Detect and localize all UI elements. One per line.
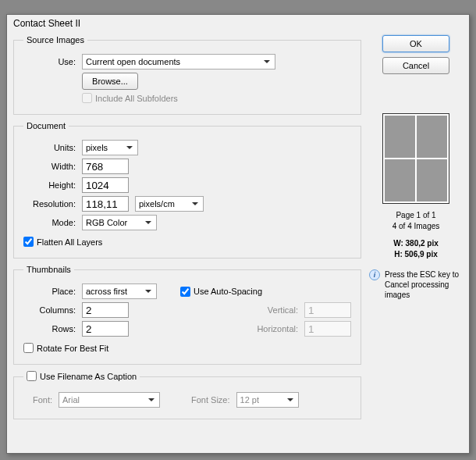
- use-filename-caption-checkbox[interactable]: Use Filename As Caption: [23, 371, 140, 381]
- mode-label: Mode:: [23, 218, 82, 227]
- resolution-unit-select[interactable]: pixels/cm: [135, 196, 204, 212]
- preview-page-text: Page 1 of 1 4 of 4 Images: [393, 210, 440, 232]
- caption-group: Use Filename As Caption Font: Arial Font…: [13, 371, 361, 419]
- horizontal-input: [304, 321, 351, 337]
- font-size-select: 12 pt: [236, 392, 299, 408]
- resolution-label: Resolution:: [23, 199, 82, 209]
- font-select: Arial: [59, 392, 160, 408]
- ok-button[interactable]: OK: [382, 35, 449, 52]
- cancel-button[interactable]: Cancel: [382, 57, 449, 74]
- browse-button[interactable]: Browse...: [82, 73, 138, 90]
- mode-select[interactable]: RGB Color: [82, 215, 157, 230]
- place-label: Place:: [23, 287, 82, 296]
- rows-input[interactable]: [82, 321, 129, 337]
- rows-label: Rows:: [23, 324, 82, 333]
- columns-label: Columns:: [23, 305, 82, 315]
- vertical-input: [304, 302, 351, 318]
- layout-preview: [382, 113, 449, 204]
- font-size-label: Font Size:: [191, 395, 236, 405]
- font-label: Font:: [23, 395, 59, 405]
- info-icon: i: [369, 269, 380, 280]
- info-tip: i Press the ESC key to Cancel processing…: [369, 269, 463, 300]
- rotate-best-fit-checkbox[interactable]: Rotate For Best Fit: [23, 343, 108, 353]
- document-legend: Document: [23, 121, 69, 130]
- units-label: Units:: [23, 143, 82, 152]
- height-label: Height:: [23, 180, 82, 190]
- thumbnails-legend: Thumbnails: [23, 265, 74, 274]
- use-label: Use:: [23, 57, 82, 66]
- include-subfolders-checkbox: Include All Subfolders: [82, 93, 178, 103]
- flatten-checkbox[interactable]: Flatten All Layers: [23, 237, 102, 247]
- dialog-title: Contact Sheet II: [7, 15, 469, 32]
- columns-input[interactable]: [82, 302, 129, 318]
- contact-sheet-dialog: Contact Sheet II Source Images Use: Curr…: [6, 14, 470, 454]
- source-legend: Source Images: [23, 35, 87, 45]
- width-label: Width:: [23, 162, 82, 171]
- resolution-input[interactable]: [82, 196, 129, 212]
- source-images-group: Source Images Use: Current open document…: [13, 35, 361, 115]
- thumbnails-group: Thumbnails Place: across first Use Auto-…: [13, 265, 361, 365]
- place-select[interactable]: across first: [82, 283, 157, 299]
- horizontal-label: Horizontal:: [251, 324, 304, 333]
- preview-dimensions: W: 380,2 pix H: 506,9 pix: [393, 238, 439, 260]
- vertical-label: Vertical:: [251, 305, 304, 315]
- document-group: Document Units: pixels Width: Height: Re…: [13, 121, 361, 259]
- units-select[interactable]: pixels: [82, 140, 138, 155]
- height-input[interactable]: [82, 177, 129, 193]
- width-input[interactable]: [82, 159, 129, 174]
- auto-spacing-checkbox[interactable]: Use Auto-Spacing: [180, 287, 262, 297]
- use-select[interactable]: Current open documents: [82, 54, 275, 70]
